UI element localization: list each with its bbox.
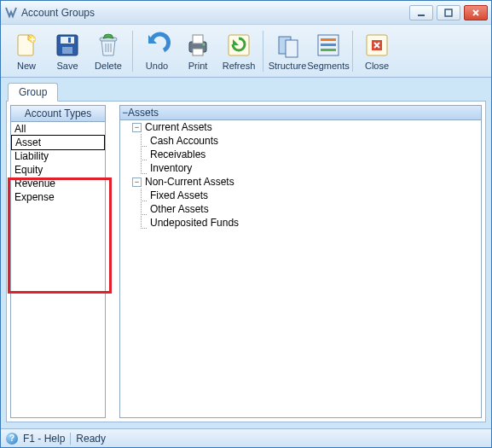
status-separator xyxy=(70,433,71,445)
maximize-button[interactable] xyxy=(437,5,460,20)
list-item[interactable]: Liability xyxy=(11,149,105,163)
close-icon xyxy=(363,32,391,59)
tree-node-label: Receivables xyxy=(150,148,205,161)
collapse-icon[interactable]: − xyxy=(122,107,128,119)
svg-rect-6 xyxy=(62,47,72,54)
svg-rect-7 xyxy=(68,38,71,43)
window-title: Account Groups xyxy=(21,7,409,19)
list-item[interactable]: All xyxy=(11,122,105,136)
tree-node-label: Cash Accounts xyxy=(150,134,218,148)
tree-node[interactable]: −Current Assets xyxy=(132,120,481,134)
svg-rect-17 xyxy=(321,38,336,41)
list-item[interactable]: Asset xyxy=(11,135,105,150)
tree-node-label: Other Assets xyxy=(150,202,209,216)
close-window-button[interactable] xyxy=(464,5,488,20)
window-buttons xyxy=(409,5,488,20)
account-tree: − Assets −Current AssetsCash AccountsRec… xyxy=(119,105,482,418)
help-icon: ? xyxy=(6,433,18,445)
refresh-button[interactable]: Refresh xyxy=(218,27,259,75)
list-item[interactable]: Revenue xyxy=(11,177,105,190)
tree-node[interactable]: Inventory xyxy=(137,161,481,175)
save-icon xyxy=(54,32,81,59)
list-item[interactable]: Equity xyxy=(11,163,105,177)
collapse-icon[interactable]: − xyxy=(132,123,142,132)
tab-group[interactable]: Group xyxy=(8,83,58,102)
tree-node[interactable]: Receivables xyxy=(137,148,481,161)
tree-node-label: Non-Current Assets xyxy=(145,175,234,189)
toolbar-separator xyxy=(263,31,263,72)
svg-rect-1 xyxy=(445,9,452,16)
toolbar: New Save Delete Undo Print Refresh xyxy=(1,25,491,78)
tree-node[interactable]: Other Assets xyxy=(137,202,481,216)
save-button[interactable]: Save xyxy=(47,27,88,75)
print-button[interactable]: Print xyxy=(177,27,218,75)
titlebar: Account Groups xyxy=(1,1,491,25)
new-icon xyxy=(13,32,40,59)
refresh-icon xyxy=(225,32,252,59)
tree-node[interactable]: Fixed Assets xyxy=(137,189,481,202)
content-area: Group Account Types AllAssetLiabilityEqu… xyxy=(1,78,491,428)
status-help[interactable]: F1 - Help xyxy=(23,433,65,445)
structure-icon xyxy=(274,32,301,59)
svg-rect-11 xyxy=(193,49,203,55)
undo-icon xyxy=(143,32,171,59)
svg-rect-5 xyxy=(61,37,74,44)
svg-rect-8 xyxy=(100,38,117,41)
tab-strip: Group xyxy=(6,83,486,102)
tree-node[interactable]: −Non-Current Assets xyxy=(132,175,481,189)
new-button[interactable]: New xyxy=(6,27,47,75)
structure-button[interactable]: Structure xyxy=(267,27,308,75)
collapse-icon[interactable]: − xyxy=(132,177,142,187)
svg-rect-15 xyxy=(286,40,298,57)
svg-rect-10 xyxy=(193,35,203,44)
tree-node-root[interactable]: − Assets xyxy=(120,106,481,120)
svg-rect-18 xyxy=(321,44,336,46)
delete-icon xyxy=(95,32,122,59)
status-bar: ? F1 - Help Ready xyxy=(1,428,491,447)
undo-button[interactable]: Undo xyxy=(136,27,177,75)
tree-node-label: Undeposited Funds xyxy=(150,216,239,230)
close-button[interactable]: Close xyxy=(356,27,397,75)
list-item[interactable]: Expense xyxy=(11,190,105,204)
tree-node-label: Assets xyxy=(128,107,159,119)
account-types-list: Account Types AllAssetLiabilityEquityRev… xyxy=(10,105,106,418)
toolbar-separator xyxy=(352,31,353,72)
svg-rect-0 xyxy=(418,15,425,16)
segments-button[interactable]: Segments xyxy=(308,27,349,75)
tree-node[interactable]: Undeposited Funds xyxy=(137,216,481,230)
toolbar-separator xyxy=(132,31,133,72)
app-icon xyxy=(4,6,18,20)
account-types-header: Account Types xyxy=(11,106,105,122)
tree-node[interactable]: Cash Accounts xyxy=(137,134,481,148)
minimize-button[interactable] xyxy=(409,5,433,20)
tree-node-label: Inventory xyxy=(150,161,192,175)
svg-rect-19 xyxy=(321,49,336,51)
delete-button[interactable]: Delete xyxy=(88,27,129,75)
svg-point-12 xyxy=(203,43,205,45)
segments-icon xyxy=(315,32,342,59)
tree-node-label: Current Assets xyxy=(145,120,212,134)
group-panel: Account Types AllAssetLiabilityEquityRev… xyxy=(6,101,486,422)
print-icon xyxy=(184,32,211,59)
status-state: Ready xyxy=(76,433,106,445)
tree-node-label: Fixed Assets xyxy=(150,189,208,202)
